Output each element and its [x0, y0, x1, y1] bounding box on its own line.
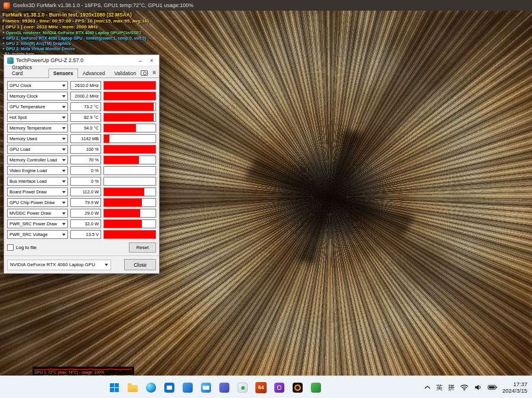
- tools-icon: [238, 383, 248, 393]
- sensor-name: Memory Clock: [9, 93, 62, 99]
- sensor-row: Board Power Draw 112.0 W: [7, 187, 156, 196]
- tray-battery-button[interactable]: [488, 384, 497, 390]
- menu-icon[interactable]: ≡: [153, 70, 156, 76]
- sensor-name: Memory Temperature: [9, 125, 62, 131]
- app-indigo-icon: [219, 383, 229, 393]
- sensor-select[interactable]: Memory Controller Load: [7, 156, 68, 164]
- sensor-select[interactable]: Bus Interface Load: [7, 177, 68, 186]
- sensor-value: 79.9 W: [70, 198, 101, 207]
- tab-advanced[interactable]: Advanced: [78, 69, 110, 77]
- ime-mode-indicator[interactable]: 拼: [448, 383, 455, 392]
- chevron-down-icon: [62, 106, 66, 110]
- ime-language-indicator[interactable]: 英: [436, 383, 443, 392]
- taskbar: 64 英 拼: [0, 376, 532, 398]
- sensor-graph: [103, 113, 156, 122]
- app-indigo-button[interactable]: [216, 378, 232, 396]
- gpu-selector-value: NVIDIA GeForce RTX 4060 Laptop GPU: [10, 262, 105, 267]
- sensor-value: 100 %: [70, 145, 101, 154]
- tray-wifi-button[interactable]: [460, 384, 469, 391]
- sensor-value: 2000.2 MHz: [70, 92, 101, 101]
- app-blue-button[interactable]: [180, 378, 196, 396]
- osd-line: + GPU 1: GeForce RTX 4060 Laptop GPU - l…: [2, 35, 149, 41]
- sensor-select[interactable]: Memory Clock: [7, 92, 68, 101]
- osd-line: [ GPU 1 ] core: 2610 MHz - mem: 2000 MHz: [2, 24, 149, 30]
- system-tray: 英 拼: [424, 376, 527, 398]
- sensor-value: 73.2 °C: [70, 102, 101, 111]
- file-explorer-button[interactable]: [125, 378, 141, 396]
- volume-icon: [474, 384, 482, 391]
- tab-validation[interactable]: Validation: [109, 69, 141, 77]
- sensor-bar: [104, 231, 155, 238]
- sensor-name: GPU Chip Power Draw: [9, 200, 62, 205]
- taskbar-app-icons: 64: [106, 376, 324, 398]
- store-button[interactable]: [161, 378, 177, 396]
- chevron-down-icon: [62, 234, 66, 238]
- furmark-64-button[interactable]: 64: [253, 378, 269, 396]
- sensor-value: 29.0 W: [70, 209, 101, 218]
- furmark-osd: FurMark v1.38.1.0 - Burn-in test, 1920x1…: [2, 12, 149, 57]
- sensor-select[interactable]: Hot Spot: [7, 113, 68, 122]
- sensor-select[interactable]: GPU Clock: [7, 81, 68, 90]
- gpu-z-taskbar-button[interactable]: [271, 378, 287, 396]
- sensor-bar: [104, 209, 140, 217]
- furmark-donut-icon: [293, 383, 303, 393]
- sensor-select[interactable]: GPU Load: [7, 145, 68, 154]
- sensor-select[interactable]: MVDDC Power Draw: [7, 209, 68, 218]
- reset-button[interactable]: Reset: [129, 242, 156, 253]
- sensor-select[interactable]: PWR_SRC Voltage: [7, 230, 68, 239]
- tray-time: 17:37: [502, 381, 527, 388]
- sensor-list: GPU Clock 2610.0 MHz Memory Clock 2000.2…: [4, 78, 159, 242]
- sensor-select[interactable]: Memory Used: [7, 134, 68, 143]
- gpu-selector-dropdown[interactable]: NVIDIA GeForce RTX 4060 Laptop GPU: [7, 260, 111, 270]
- chevron-down-icon: [62, 138, 66, 142]
- sensor-name: GPU Load: [9, 147, 62, 152]
- furmark-taskbar-button[interactable]: [290, 378, 306, 396]
- sensor-select[interactable]: PWR_SRC Power Draw: [7, 219, 68, 228]
- chevron-down-icon: [105, 264, 108, 268]
- sensor-value: 32.0 W: [70, 219, 101, 228]
- osd-line: FurMark v1.38.1.0 - Burn-in test, 1920x1…: [2, 12, 149, 18]
- camera-icon[interactable]: [141, 70, 148, 76]
- sensor-select[interactable]: GPU Chip Power Draw: [7, 198, 68, 207]
- wifi-icon: [460, 384, 469, 391]
- close-icon[interactable]: ×: [147, 56, 156, 66]
- desktop: Geeks3D FurMark v1.38.1.0 - 16FPS, GPU1 …: [0, 0, 532, 398]
- sensor-select[interactable]: Video Engine Load: [7, 166, 68, 175]
- sensor-name: Hot Spot: [9, 115, 62, 120]
- osd-line: Frames: 95363 - time: 00:57:09 - FPS: 16…: [2, 18, 149, 24]
- sensor-select[interactable]: Memory Temperature: [7, 124, 68, 132]
- sensor-graph: [103, 187, 156, 196]
- mail-button[interactable]: [198, 378, 214, 396]
- chevron-down-icon: [62, 170, 66, 174]
- osd-line: + GPU 2: Intel(R) Arc(TM) Graphics: [2, 41, 149, 46]
- sensor-name: Bus Interface Load: [9, 179, 62, 184]
- tab-sensors[interactable]: Sensors: [48, 69, 78, 78]
- tray-volume-button[interactable]: [474, 384, 482, 391]
- tools-button[interactable]: [235, 378, 251, 396]
- furmark-temp-graph: GPU 1: 72°C (max: 74°C) - usage: 100%: [33, 367, 134, 375]
- green-app-button[interactable]: [308, 378, 324, 396]
- chevron-down-icon: [62, 148, 66, 153]
- sensor-row: MVDDC Power Draw 29.0 W: [7, 209, 156, 218]
- sensor-select[interactable]: GPU Temperature: [7, 102, 68, 111]
- sensor-select[interactable]: Board Power Draw: [7, 187, 68, 196]
- tray-overflow-button[interactable]: [424, 385, 431, 390]
- sensor-name: Video Engine Load: [9, 168, 62, 173]
- edge-button[interactable]: [143, 378, 159, 396]
- purple-app-icon: [274, 383, 284, 393]
- sensor-bar: [104, 135, 109, 143]
- sensor-bar: [104, 92, 155, 100]
- clock[interactable]: 17:37 2024/3/15: [502, 381, 527, 394]
- close-button[interactable]: Close: [124, 259, 156, 270]
- chevron-down-icon: [62, 202, 66, 206]
- sensor-row: Memory Temperature 94.0 °C: [7, 124, 156, 132]
- sensor-bar: [104, 82, 155, 89]
- sensor-value: 82.9 °C: [70, 113, 101, 122]
- sensor-graph: [103, 219, 156, 228]
- sensor-bar: [104, 199, 142, 206]
- tray-date: 2024/3/15: [502, 387, 527, 394]
- minimize-button[interactable]: –: [136, 56, 145, 66]
- tab-graphics-card[interactable]: Graphics Card: [7, 63, 48, 77]
- log-to-file-checkbox[interactable]: [7, 244, 14, 251]
- start-button[interactable]: [106, 378, 122, 396]
